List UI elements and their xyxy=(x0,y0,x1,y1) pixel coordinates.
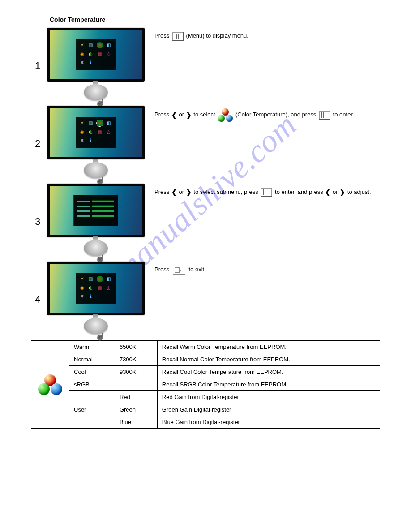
monitor-stand: ☝ xyxy=(80,159,111,181)
cell-value xyxy=(115,378,157,391)
step-thumbnail: ☀▥◧ ◉◐▦◎ ✖ℹ ☝ xyxy=(48,262,144,338)
step-2: 2 ☀▥◧ ◉◐▦◎ ✖ℹ ☝ Press ❮ or ❯ to sel xyxy=(31,106,380,182)
text: to adjust. xyxy=(347,189,371,195)
cell-value: Red xyxy=(115,391,157,403)
cell-desc: Green Gain Digital-register xyxy=(157,403,380,416)
cell-name: Cool xyxy=(69,366,115,378)
monitor-graphic: ☀▥◧ ◉◐▦◎ ✖ℹ xyxy=(47,106,145,159)
step-number: 4 xyxy=(31,294,44,305)
table-row: Cool 9300K Recall Cool Color Temperature… xyxy=(31,366,380,378)
color-temperature-table: Warm 6500K Recall Warm Color Temperature… xyxy=(31,340,380,429)
right-arrow-icon: ❯ xyxy=(186,109,192,121)
exit-button-icon xyxy=(173,266,185,275)
monitor-graphic xyxy=(47,184,145,237)
table-icon-cell xyxy=(31,341,69,429)
color-temperature-icon xyxy=(38,374,62,395)
cell-desc: Recall Cool Color Temperature from EEPRO… xyxy=(157,366,380,378)
cell-desc: Blue Gain from Digital-register xyxy=(157,416,380,429)
cell-value: Green xyxy=(115,403,157,416)
text: Press xyxy=(154,111,169,118)
step-text: Press ❮ or ❯ to select (Color Temperatur… xyxy=(144,106,380,122)
step-number: 2 xyxy=(31,138,44,150)
cell-desc: Recall SRGB Color Temperature from EEPRO… xyxy=(157,378,380,391)
cell-desc: Recall Normal Color Temperature from EEP… xyxy=(157,353,380,366)
monitor-stand: ☝ xyxy=(80,81,111,103)
table-row: Warm 6500K Recall Warm Color Temperature… xyxy=(31,341,380,353)
monitor-graphic: ☀▥◧ ◉◐▦◎ ✖ℹ xyxy=(47,262,145,315)
step-text: Press to exit. xyxy=(144,262,380,275)
cell-name: Warm xyxy=(69,341,115,353)
text: Press xyxy=(154,32,169,39)
text: or xyxy=(179,111,184,118)
step-thumbnail: ☀▥◧ ◉◐▦◎ ✖ℹ ☝ xyxy=(48,106,144,182)
osd-grid: ☀▥◧ ◉◐▦◎ ✖ℹ xyxy=(76,273,116,304)
monitor-stand: ☝ xyxy=(80,314,111,337)
cell-value: Blue xyxy=(115,416,157,429)
text: to select submenu, press xyxy=(193,189,258,195)
text: or xyxy=(179,189,184,195)
table-row: Normal 7300K Recall Normal Color Tempera… xyxy=(31,353,380,366)
text: to select xyxy=(193,111,215,118)
osd-submenu xyxy=(73,195,118,226)
text: (Menu) to display menu. xyxy=(186,32,248,39)
text: or xyxy=(333,189,338,195)
cell-desc: Red Gain from Digital-register xyxy=(157,391,380,403)
left-arrow-icon: ❮ xyxy=(325,186,330,198)
right-arrow-icon: ❯ xyxy=(340,186,345,198)
osd-grid: ☀▥◧ ◉◐▦◎ ✖ℹ xyxy=(76,39,116,70)
text: Press xyxy=(154,266,169,273)
right-arrow-icon: ❯ xyxy=(186,186,192,198)
steps-list: 1 ☀▥◧ ◉◐▦◎ ✖ℹ ☝ Press (Menu) to display … xyxy=(31,28,380,338)
text: to enter. xyxy=(333,111,354,118)
left-arrow-icon: ❮ xyxy=(171,109,177,121)
color-temperature-icon xyxy=(218,108,233,122)
step-thumbnail: ☀▥◧ ◉◐▦◎ ✖ℹ ☝ xyxy=(48,28,144,104)
step-3: 3 ☝ Press ❮ or ❯ to xyxy=(31,184,380,260)
table-row: sRGB Recall SRGB Color Temperature from … xyxy=(31,378,380,391)
text: (Color Temperature), and press xyxy=(235,111,316,118)
monitor-graphic: ☀▥◧ ◉◐▦◎ ✖ℹ xyxy=(47,28,145,82)
cell-desc: Recall Warm Color Temperature from EEPRO… xyxy=(157,341,380,353)
step-text: Press (Menu) to display menu. xyxy=(144,28,380,42)
pointing-hand-icon: ☝ xyxy=(94,330,106,342)
cell-value: 6500K xyxy=(115,341,157,353)
step-text: Press ❮ or ❯ to select submenu, press to… xyxy=(144,184,380,198)
table-row: User Red Red Gain from Digital-register xyxy=(31,391,380,403)
cell-name: sRGB xyxy=(69,378,115,391)
monitor-stand: ☝ xyxy=(80,236,111,259)
menu-button-icon xyxy=(261,188,272,197)
text: to exit. xyxy=(188,266,206,273)
cell-value: 7300K xyxy=(115,353,157,366)
page: manualshive.com Color Temperature 1 ☀▥◧ … xyxy=(31,16,380,429)
menu-button-icon xyxy=(172,32,184,41)
step-number: 1 xyxy=(31,60,44,72)
section-title: Color Temperature xyxy=(50,16,380,23)
menu-button-icon xyxy=(319,111,330,120)
step-4: 4 ☀▥◧ ◉◐▦◎ ✖ℹ ☝ Press to exit. xyxy=(31,262,380,338)
cell-value: 9300K xyxy=(115,366,157,378)
text: to enter, and press xyxy=(275,189,323,195)
osd-grid: ☀▥◧ ◉◐▦◎ ✖ℹ xyxy=(76,117,116,148)
left-arrow-icon: ❮ xyxy=(171,186,177,198)
cell-name: User xyxy=(69,391,115,429)
text: Press xyxy=(154,189,169,195)
step-number: 3 xyxy=(31,216,44,227)
cell-name: Normal xyxy=(69,353,115,366)
step-thumbnail: ☝ xyxy=(48,184,144,260)
step-1: 1 ☀▥◧ ◉◐▦◎ ✖ℹ ☝ Press (Menu) to display … xyxy=(31,28,380,104)
